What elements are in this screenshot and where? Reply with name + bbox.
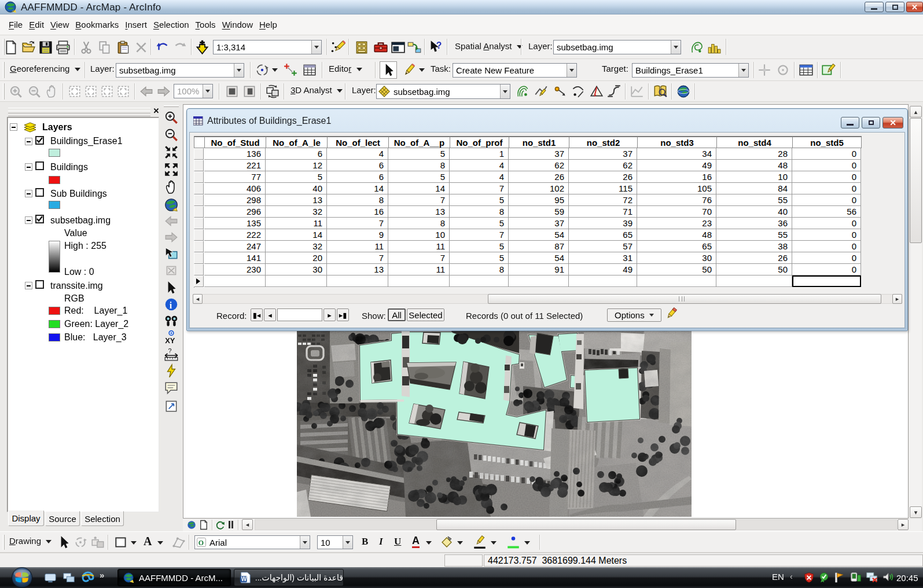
svg-text:O: O (198, 539, 204, 547)
svg-text:i: i (170, 300, 172, 311)
svg-text:?: ? (168, 347, 172, 354)
svg-text:XY: XY (165, 336, 175, 345)
svg-text:?: ? (436, 41, 442, 50)
svg-text:W: W (241, 576, 247, 582)
